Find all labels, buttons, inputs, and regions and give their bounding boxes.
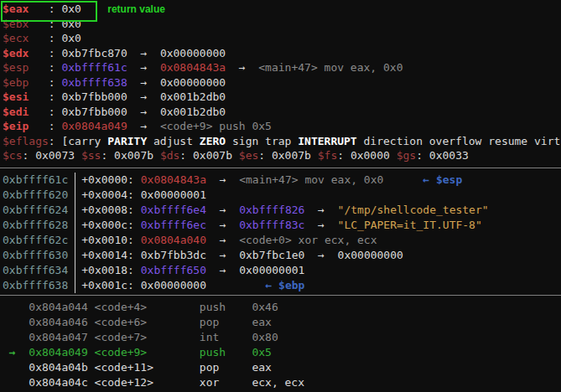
stack-offset: +0x0014: <box>81 249 140 261</box>
stack-offset: +0x0000: <box>81 173 140 186</box>
text-segment: : <box>49 120 62 132</box>
register-name-ss: $ss <box>81 149 101 162</box>
stack-column-divider <box>68 218 75 233</box>
deref-arrow: → <box>206 234 239 246</box>
deref-arrow: → <box>206 219 239 231</box>
esp-pointer-marker: ← $esp <box>423 173 462 186</box>
register-line: $esi : 0xb7fbb000 → 0x001b2db0 <box>3 90 561 105</box>
register-name-eax: $eax <box>3 3 49 15</box>
register-line: $esp : 0xbffff61c → 0x0804843a → <main+4… <box>3 60 561 75</box>
text-segment: adjust <box>147 135 200 147</box>
stack-row: 0xbffff624+0x0008: 0xbffff6e4 → 0xbffff8… <box>3 203 561 218</box>
stack-offset: +0x0018: <box>81 264 140 276</box>
text-segment: <main+47> mov eax, 0x0 <box>258 61 403 74</box>
register-name-eflags: $eflags <box>3 135 49 147</box>
deref-arrow: → <box>127 47 160 59</box>
deref-arrow: → <box>127 120 160 132</box>
text-segment: : <box>49 3 62 15</box>
deref-arrow: → <box>226 61 258 74</box>
stack-column-divider <box>68 188 75 203</box>
text-segment: : <box>49 32 62 44</box>
stack-address: 0xbffff638 <box>3 279 68 291</box>
register-name-esi: $esi <box>3 90 49 103</box>
text-segment: <code+9> push 0x5 <box>160 120 272 132</box>
register-value-esi: 0xb7fbb000 <box>61 90 127 103</box>
register-line: $ebp : 0xbffff638 → 0x00000000 <box>3 75 561 90</box>
text-segment: 0xb7fbc1e0 <box>239 249 304 261</box>
flag-interrupt-set: INTERRUPT <box>298 135 356 147</box>
stack-row: 0xbffff628+0x000c: 0xbffff6ec → 0xbffff8… <box>3 218 561 233</box>
text-segment: : <box>49 135 62 147</box>
disassembly-section: 0x804a044 <code+4> push 0x46 0x804a046 <… <box>0 298 561 390</box>
text-segment: <main+47> mov eax, 0x0 <box>239 173 383 186</box>
annotation-return-value: return value <box>107 3 165 15</box>
stack-offset: +0x0008: <box>81 204 140 216</box>
deref-arrow: → <box>304 249 337 261</box>
disasm-line: 0x804a04c <code+12> xor ecx, ecx <box>3 375 561 390</box>
gdb-gef-terminal[interactable]: $eax : 0x0 return value$ebx : 0x0$ecx : … <box>0 0 561 392</box>
register-name-gs: $gs <box>397 149 416 162</box>
text-segment: 0x00000000 <box>141 279 206 291</box>
stack-column-divider <box>68 248 75 263</box>
text-segment: 0xbffff650 <box>141 264 206 276</box>
deref-arrow: → <box>206 249 239 261</box>
text-segment: 0xbffff826 <box>239 204 304 216</box>
register-value-eax: 0x0 <box>61 3 81 15</box>
stack-address: 0xbffff620 <box>3 188 68 201</box>
text-segment: 0xbffff6e4 <box>141 204 206 216</box>
register-name-edx: $edx <box>3 47 49 59</box>
disasm-line: 0x804a04b <code+11> pop eax <box>3 360 561 375</box>
disasm-text: 0x804a04b <code+11> pop eax <box>3 361 272 374</box>
deref-arrow: → <box>206 264 239 276</box>
stack-address: 0xbffff61c <box>3 173 68 186</box>
flag-parity-set: PARITY <box>107 135 147 147</box>
text-segment: 0x00000001 <box>141 188 206 201</box>
stack-offset: +0x000c: <box>81 219 140 231</box>
registers-section: $eax : 0x0 return value$ebx : 0x0$ecx : … <box>0 0 561 163</box>
deref-arrow: → <box>127 90 160 103</box>
stack-column-divider <box>68 203 75 218</box>
deref-arrow: → <box>304 219 337 231</box>
stack-column-divider <box>68 278 75 293</box>
text-segment <box>81 3 107 15</box>
register-name-ebp: $ebp <box>3 76 49 89</box>
stack-offset: +0x001c: <box>81 279 140 291</box>
disasm-line-current: → 0x804a049 <code+9> push 0x5 <box>3 345 561 360</box>
register-value-esp: 0xbffff61c <box>61 61 127 74</box>
text-segment: 0x00000000 <box>160 76 226 89</box>
register-line: $edx : 0xb7fbc870 → 0x00000000 <box>3 46 561 61</box>
disasm-text: 0x804a04c <code+12> xor ecx, ecx <box>3 376 304 389</box>
text-segment: : <box>49 90 62 103</box>
stack-column-divider <box>68 173 75 188</box>
stack-address: 0xbffff634 <box>3 264 68 276</box>
disasm-text: 0x804a046 <code+6> pop eax <box>3 316 272 328</box>
deref-arrow: → <box>206 204 239 216</box>
text-segment: : 0x007b <box>101 149 159 162</box>
register-name-esp: $esp <box>3 61 49 74</box>
text-segment: [carry <box>61 135 107 147</box>
flag-zero-set: ZERO <box>200 135 226 147</box>
register-value-ebx: 0x0 <box>61 18 81 30</box>
stack-address: 0xbffff628 <box>3 219 68 231</box>
string-value: "LC_PAPER=it_IT.UTF-8" <box>338 219 482 231</box>
register-name-cs: $cs <box>3 149 22 162</box>
register-line: $edi : 0xb7fbb000 → 0x001b2db0 <box>3 105 561 120</box>
stack-row: 0xbffff634+0x0018: 0xbffff650 → 0x000000… <box>3 263 561 278</box>
stack-section: 0xbffff61c+0x0000: 0x0804843a → <main+47… <box>0 173 561 293</box>
text-segment: : 0x007b <box>179 149 238 162</box>
text-segment: 0x0804843a <box>141 173 206 186</box>
disasm-text: 0x804a044 <code+4> push 0x46 <box>3 301 278 313</box>
register-value-edi: 0xb7fbb000 <box>61 106 127 118</box>
stack-row: 0xbffff630+0x0014: 0xb7fbb3dc → 0xb7fbc1… <box>3 248 561 263</box>
stack-row: 0xbffff61c+0x0000: 0x0804843a → <main+47… <box>3 173 561 188</box>
text-segment: 0x001b2db0 <box>160 106 226 118</box>
text-segment: : 0x0000 <box>337 149 396 162</box>
register-line: $ebx : 0x0 <box>3 17 561 32</box>
register-name-ebx: $ebx <box>3 18 49 30</box>
stack-offset: +0x0004: <box>81 188 140 201</box>
stack-offset: +0x0010: <box>81 234 140 246</box>
stack-column-divider <box>68 233 75 248</box>
register-line: $cs: 0x0073 $ss: 0x007b $ds: 0x007b $es:… <box>3 148 561 163</box>
stack-row: 0xbffff638+0x001c: 0x00000000 ← $ebp <box>3 278 561 293</box>
stack-row: 0xbffff62c+0x0010: 0x0804a040 → <code+0>… <box>3 233 561 248</box>
